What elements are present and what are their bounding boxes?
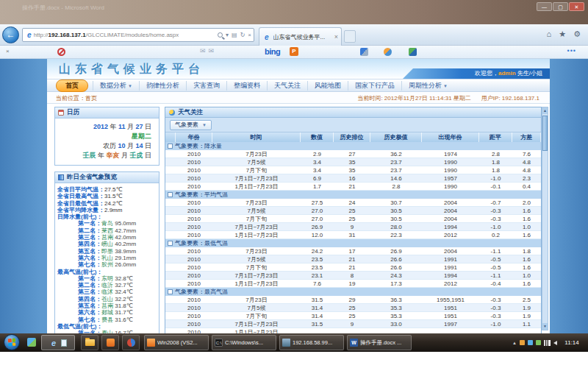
browser-tab[interactable]: e 山东省气候业务平... × [259, 27, 342, 46]
table-cell: 2012 [422, 280, 479, 288]
table-row[interactable]: 20107月5候27.02530.52004-0.31.6 [165, 207, 541, 215]
expand-box-icon[interactable] [168, 192, 173, 197]
page-scrollbar[interactable]: ▲ ▼ [542, 107, 548, 330]
minimize-button[interactable]: — [537, 2, 552, 11]
plugin-icon-1[interactable] [360, 48, 368, 56]
element-filter-button[interactable]: 气象要素 ▼ [170, 120, 212, 130]
table-cell: 2010 [176, 320, 212, 328]
search-dropdown-icon[interactable]: ▾ [226, 32, 229, 38]
table-cell: 2.5 [512, 296, 541, 304]
plugin-icon-2[interactable] [384, 48, 392, 56]
tab-close-icon[interactable]: × [334, 33, 338, 40]
table-row[interactable]: 20107月5候3.43523.719901.84.8 [165, 158, 541, 166]
address-bar[interactable]: e http://192.168.137.1/GLCCLIMATE/module… [22, 28, 254, 42]
table-row[interactable]: 20107月1日~7月23日31.5933.01997-1.01.1 [165, 320, 541, 328]
table-cell: 2010 [176, 312, 212, 320]
tray-icon-2[interactable] [528, 340, 533, 345]
nav-item-3[interactable]: 灾害查询 [186, 81, 226, 91]
nav-item-2[interactable]: 韵律性分析 [139, 81, 186, 91]
scrollbar-thumb[interactable] [542, 116, 548, 151]
maximize-button[interactable]: ▢ [553, 2, 568, 11]
bing-p-icon[interactable]: P [290, 47, 298, 56]
nav-item-6[interactable]: 风能地图 [307, 81, 348, 91]
table-cell: -0.1 [479, 183, 512, 191]
nav-item-8[interactable]: 周期性分析▼ [401, 81, 454, 91]
start-button[interactable] [4, 334, 20, 350]
column-header: 数值 [301, 132, 334, 142]
search-icon[interactable] [218, 32, 223, 38]
taskbar-button-1[interactable]: C:\C:\Windows\s... [212, 335, 276, 350]
tray-expand-icon[interactable]: ▲ [512, 341, 517, 345]
speaker-icon[interactable] [553, 341, 557, 345]
table-cell: 21 [334, 255, 370, 263]
table-row[interactable]: 20107月下旬23.52126.61991-0.51.6 [165, 263, 541, 272]
back-button[interactable]: ← [2, 26, 19, 43]
table-cell: 31 [334, 231, 370, 239]
expand-box-icon[interactable] [168, 144, 173, 149]
group-header-row[interactable]: 气象要素：平均气温 [165, 191, 541, 199]
table-row[interactable]: 20107月5候31.42535.31951-0.31.9 [165, 304, 541, 312]
table-cell: 2012 [422, 231, 479, 239]
nav-item-7[interactable]: 国家下行产品 [348, 81, 401, 91]
scroll-up-icon[interactable]: ▲ [542, 107, 548, 114]
table-row[interactable]: 20107月下旬27.02530.52004-0.31.6 [165, 215, 541, 223]
taskbar-button-3[interactable]: W操作手册.docx ... [347, 335, 412, 350]
close-button[interactable]: ✕ [569, 2, 584, 11]
settings-gear-icon[interactable]: ⚙ [573, 29, 581, 39]
table-row[interactable]: 20101月1日~7月23日7.61917.32012-0.41.6 [165, 280, 541, 288]
expand-box-icon[interactable] [168, 241, 173, 246]
nav-item-1[interactable]: 数据分析▼ [93, 81, 139, 91]
compatibility-view-icon[interactable]: ▤ [232, 32, 237, 38]
taskbar-button-0[interactable]: Win2008 (VS2... [144, 335, 209, 350]
table-row[interactable]: 20107月1日~7月23日6.91614.61957-1.02.3 [165, 174, 541, 183]
taskbar-button-2[interactable]: 192.168.58.99... [279, 335, 344, 350]
table-cell: 7月1日~7月23日 [212, 223, 301, 231]
table-row[interactable]: 20101月1日~7月23日12.03122.320120.21.6 [165, 231, 541, 239]
table-row[interactable]: 20107月23日2.92736.219742.87.6 [165, 150, 541, 158]
plugin-icon-3[interactable] [409, 48, 417, 56]
taskbar-explorer-button[interactable] [81, 335, 98, 350]
nav-item-0[interactable]: 首页 [56, 79, 88, 92]
table-cell: 17 [334, 247, 370, 255]
scroll-down-icon[interactable]: ▼ [542, 323, 548, 330]
table-row[interactable]: 20107月5候23.52126.61991-0.51.6 [165, 255, 541, 263]
table-row[interactable]: 20101月1日~7月23日1.7212.81990-0.10.4 [165, 183, 541, 191]
group-header-row[interactable]: 气象要素：降水量 [165, 142, 541, 150]
rank-item: 第七名：费县 31.6℃ [57, 316, 157, 323]
tray-icon-3[interactable] [536, 340, 541, 345]
taskbar-ie-button[interactable]: e [41, 335, 75, 350]
refresh-icon[interactable]: ↻ [240, 32, 245, 38]
group-header-row[interactable]: 气象要素：最低气温 [165, 239, 541, 247]
table-row[interactable]: 20107月下旬3.43523.719901.84.8 [165, 166, 541, 174]
table-row[interactable]: 20107月下旬31.42535.31951-0.31.9 [165, 312, 541, 320]
bing-logo[interactable]: bing [265, 47, 280, 56]
home-icon[interactable]: ⌂ [547, 29, 552, 39]
table-row[interactable]: 20107月23日31.52936.31955,1951-0.32.5 [165, 296, 541, 304]
table-row[interactable]: 20107月1日~7月23日26.9928.01994-1.01.0 [165, 223, 541, 231]
table-cell [334, 328, 370, 333]
toolbar-more-icon[interactable]: ••• [567, 47, 576, 54]
stop-icon[interactable]: × [248, 32, 251, 38]
tray-icon-1[interactable] [520, 340, 525, 345]
taskbar: e Win2008 (VS2...C:\C:\Windows\s...192.1… [0, 333, 588, 352]
table-row[interactable]: 20107月23日24.21726.92004-1.11.8 [165, 247, 541, 255]
table-row[interactable]: 20107月23日27.52430.72004-0.72.0 [165, 199, 541, 207]
new-tab-button[interactable] [344, 30, 356, 43]
taskbar-app-button-round[interactable] [122, 335, 140, 350]
table-cell: 4.8 [512, 158, 541, 166]
expand-box-icon[interactable] [168, 289, 173, 294]
taskbar-app-button-orange[interactable] [101, 335, 119, 350]
group-header-row[interactable]: 气象要素：最高气温 [165, 288, 541, 296]
favorites-star-icon[interactable]: ★ [559, 29, 566, 39]
toolbar-close-icon[interactable]: × [6, 48, 10, 54]
table-row[interactable]: 20101月1日~7月23日 [165, 328, 541, 333]
quick-launch-icon[interactable] [27, 338, 36, 347]
folder-icon [85, 339, 95, 346]
table-row[interactable]: 20107月1日~7月23日23.1824.31994-1.11.0 [165, 272, 541, 280]
table-cell: 2010 [176, 150, 212, 158]
mail-icons[interactable]: ✉✉ [200, 47, 217, 54]
nav-item-4[interactable]: 整编资料 [226, 81, 267, 91]
table-cell: 1月1日~7月23日 [212, 280, 301, 288]
nav-item-5[interactable]: 天气关注 [267, 81, 307, 91]
network-icon[interactable] [544, 340, 551, 346]
